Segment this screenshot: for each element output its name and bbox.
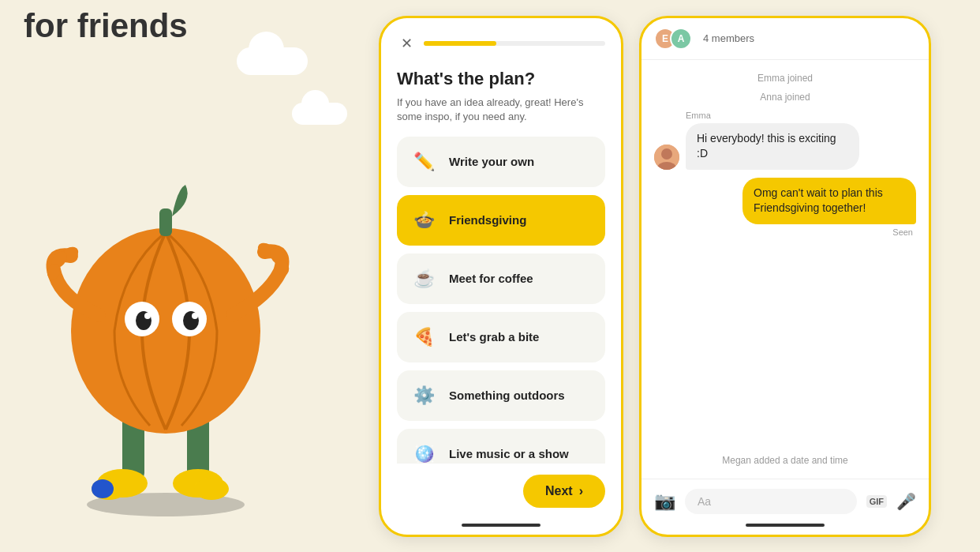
chat-phone: E A 4 members Emma joined Anna joined Em… [639,16,931,537]
bowl-icon: 🍲 [410,206,438,235]
home-indicator [462,524,540,527]
avatar-emma-chat [654,145,679,170]
progress-bar-fill [424,41,496,46]
pencil-icon: ✏️ [410,148,438,176]
phone-header: ✕ [381,18,621,61]
chat-phone-indicator [641,524,929,535]
bubble-sent: Omg can't wait to plan this Friendsgivin… [742,178,916,224]
outdoors-icon: ⚙️ [410,381,438,410]
next-label: Next [545,484,573,498]
system-msg-emma-joined: Emma joined [654,73,916,84]
cloud-2 [292,103,347,125]
option-label-outdoors: Something outdoors [449,389,565,402]
chat-header: E A 4 members [641,18,929,60]
plan-phone: ✕ What's the plan? If you have an idea a… [379,16,623,537]
microphone-icon[interactable]: 🎤 [896,492,916,511]
system-msg-anna-joined: Anna joined [654,92,916,103]
camera-icon[interactable]: 📷 [654,491,675,512]
option-grab-bite[interactable]: 🍕 Let's grab a bite [397,312,605,362]
chat-input-area: 📷 Aa GIF 🎤 [641,479,929,524]
svg-point-7 [194,478,229,500]
plan-subtitle: If you have an idea already, great! Here… [397,96,605,124]
phone-footer: Next › [381,464,621,524]
message-input[interactable]: Aa [685,489,857,514]
sender-name-emma: Emma [686,111,916,120]
option-meet-coffee[interactable]: ☕ Meet for coffee [397,253,605,304]
close-button[interactable]: ✕ [397,34,416,53]
coffee-icon: ☕ [410,265,438,293]
option-list: ✏️ Write your own 🍲 Friendsgiving ☕ Meet… [397,137,605,464]
progress-bar [424,41,605,46]
option-outdoors[interactable]: ⚙️ Something outdoors [397,370,605,421]
option-label-music: Live music or a show [449,447,569,460]
phone-content: What's the plan? If you have an idea alr… [381,61,621,464]
bubble-row-emma: Hi everybody! this is exciting :D [654,123,916,170]
message-group-emma: Emma Hi everybody! this is exciting :D [654,111,916,170]
phone-indicator [381,524,621,535]
home-indicator-chat [746,524,825,527]
svg-point-21 [192,313,198,319]
avatar-stack: E A [654,28,692,50]
option-friendsgiving[interactable]: 🍲 Friendsgiving [397,195,605,246]
svg-point-5 [92,479,114,498]
option-label-bite: Let's grab a bite [449,330,539,344]
avatar-anna: A [670,28,692,50]
svg-point-23 [661,148,672,160]
svg-point-20 [144,313,151,319]
option-write-your-own[interactable]: ✏️ Write your own [397,137,605,187]
seen-status: Seen [654,227,916,237]
chat-messages: Emma joined Anna joined Emma Hi everybod… [641,60,929,479]
bubble-row-sent: Omg can't wait to plan this Friendsgivin… [654,178,916,224]
system-msg-date: Megan added a date and time [654,455,916,466]
cloud-1 [237,47,308,75]
chevron-right-icon: › [579,484,583,498]
left-section: for friends [0,0,371,552]
pizza-icon: 🍕 [410,323,438,351]
music-icon: 🪩 [410,440,438,464]
option-label-coffee: Meet for coffee [449,272,533,285]
svg-point-8 [71,228,260,434]
next-button[interactable]: Next › [523,475,605,508]
members-count: 4 members [703,32,754,44]
plan-title: What's the plan? [397,69,605,89]
message-group-sent: Omg can't wait to plan this Friendsgivin… [654,178,916,237]
bubble-emma: Hi everybody! this is exciting :D [686,123,859,170]
gif-button[interactable]: GIF [866,495,887,508]
option-live-music[interactable]: 🪩 Live music or a show [397,429,605,464]
pumpkin-character [39,86,292,520]
page-title: for friends [24,8,188,44]
svg-rect-15 [159,208,172,236]
option-label-write: Write your own [449,155,534,168]
option-label-friendsgiving: Friendsgiving [449,213,526,227]
